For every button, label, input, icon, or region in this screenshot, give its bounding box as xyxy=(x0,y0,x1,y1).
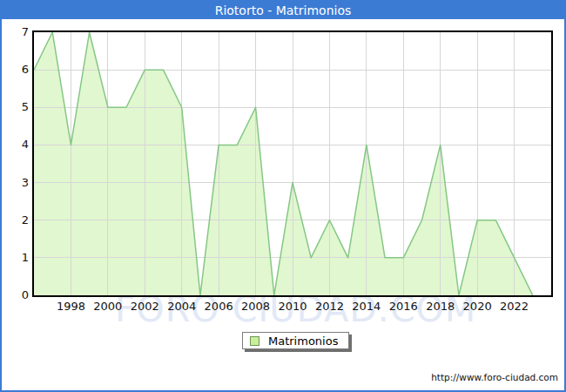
y-tick-label: 4 xyxy=(2,138,29,152)
area-fill xyxy=(34,32,533,295)
x-tick-label: 2006 xyxy=(199,300,238,313)
x-tick-label: 2014 xyxy=(347,300,386,313)
x-tick-label: 2002 xyxy=(125,300,164,313)
x-tick-label: 2004 xyxy=(163,300,201,313)
x-tick-label: 2010 xyxy=(273,300,312,313)
chart-title: Riotorto - Matrimonios xyxy=(215,3,352,17)
chart-title-bar: Riotorto - Matrimonios xyxy=(2,2,564,19)
x-tick-label: 2022 xyxy=(495,300,534,313)
x-tick-label: 2012 xyxy=(310,300,348,313)
y-tick-label: 5 xyxy=(2,100,29,114)
y-tick-label: 2 xyxy=(2,213,29,227)
x-tick-label: 1998 xyxy=(51,300,90,313)
y-tick-label: 7 xyxy=(2,25,29,39)
source-url: http://www.foro-ciudad.com xyxy=(431,372,558,382)
x-tick-label: 2000 xyxy=(89,300,127,313)
legend: Matrimonios xyxy=(242,332,349,349)
chart-frame: Riotorto - Matrimonios FORO CIUDAD.COM 0… xyxy=(0,0,566,392)
x-tick-label: 2008 xyxy=(237,300,275,313)
legend-label: Matrimonios xyxy=(268,335,338,348)
y-tick-label: 6 xyxy=(2,63,29,77)
y-tick-label: 1 xyxy=(2,251,29,265)
y-tick-label: 3 xyxy=(2,176,29,190)
y-tick-label: 0 xyxy=(2,288,29,302)
x-tick-label: 2016 xyxy=(384,300,422,313)
x-tick-label: 2018 xyxy=(421,300,460,313)
legend-swatch-icon xyxy=(250,336,259,346)
area-chart xyxy=(34,32,551,295)
plot-area xyxy=(32,30,553,297)
x-tick-label: 2020 xyxy=(458,300,496,313)
